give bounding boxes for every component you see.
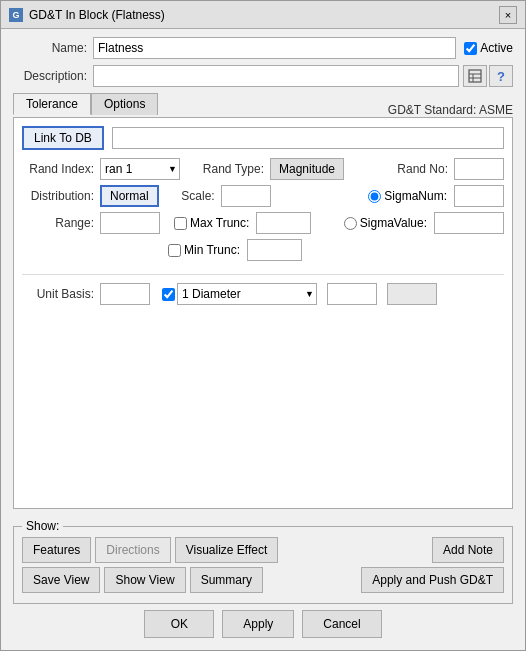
window-title: GD&T In Block (Flatness): [29, 8, 165, 22]
tab-tolerance[interactable]: Tolerance: [13, 93, 91, 115]
distribution-row: Distribution: Normal Scale: 1 SigmaNum: …: [22, 185, 504, 207]
sigma-value-radio-group: SigmaValue: 0.0833333: [344, 212, 504, 234]
description-icons: ?: [463, 65, 513, 87]
range-input[interactable]: 0.5 mm: [100, 212, 160, 234]
svg-rect-0: [469, 70, 481, 82]
features-button[interactable]: Features: [22, 537, 91, 563]
show-btn-row-1: Features Directions Visualize Effect Add…: [22, 537, 504, 563]
rand-index-select-wrap: ran 1 ▼: [100, 158, 180, 180]
min-trunc-input[interactable]: -0.25 mm: [247, 239, 302, 261]
max-trunc-group: Max Trunc: 0.25 mm: [174, 212, 311, 234]
description-label: Description:: [13, 69, 93, 83]
active-checkbox[interactable]: [464, 42, 477, 55]
unit-basis-diameter-wrap: 1 Diameter ▼: [162, 283, 317, 305]
rand-no-input[interactable]: 1: [454, 158, 504, 180]
rand-type-label: Rand Type:: [194, 162, 264, 176]
visualize-effect-button[interactable]: Visualize Effect: [175, 537, 279, 563]
sigma-num-radio-group: SigmaNum: 3: [368, 185, 504, 207]
distribution-label: Distribution:: [22, 189, 94, 203]
sigma-num-radio[interactable]: [368, 190, 381, 203]
sigma-value-input[interactable]: 0.0833333: [434, 212, 504, 234]
range-row: Range: 0.5 mm Max Trunc: 0.25 mm SigmaVa…: [22, 212, 504, 234]
unit-basis-row: Unit Basis: 0 mm 1 Diameter ▼ 0 mm 0 mm: [22, 274, 504, 305]
unit-basis-checkbox[interactable]: [162, 288, 175, 301]
save-view-button[interactable]: Save View: [22, 567, 100, 593]
unit-basis-input2[interactable]: 0 mm: [327, 283, 377, 305]
help-icon-button[interactable]: ?: [489, 65, 513, 87]
close-button[interactable]: ×: [499, 6, 517, 24]
tab-content: Link To DB Rand Index: ran 1 ▼ Rand Type…: [13, 117, 513, 509]
show-view-button[interactable]: Show View: [104, 567, 185, 593]
show-legend: Show:: [22, 519, 63, 533]
name-row: Name: Flatness Active: [13, 37, 513, 59]
max-trunc-label: Max Trunc:: [190, 216, 249, 230]
title-bar: G GD&T In Block (Flatness) ×: [1, 1, 525, 29]
min-trunc-checkbox[interactable]: [168, 244, 181, 257]
show-fieldset: Show: Features Directions Visualize Effe…: [13, 519, 513, 604]
rand-no-label: Rand No:: [388, 162, 448, 176]
sigma-num-input[interactable]: 3: [454, 185, 504, 207]
main-window: G GD&T In Block (Flatness) × Name: Flatn…: [0, 0, 526, 651]
name-combo-wrap: Flatness: [93, 37, 456, 59]
bottom-buttons: OK Apply Cancel: [13, 604, 513, 642]
apply-push-button[interactable]: Apply and Push GD&T: [361, 567, 504, 593]
min-trunc-row: Min Trunc: -0.25 mm: [22, 239, 504, 261]
scale-input[interactable]: 1: [221, 185, 271, 207]
show-section: Show: Features Directions Visualize Effe…: [13, 519, 513, 604]
tabs: Tolerance Options: [13, 93, 158, 115]
link-row: Link To DB: [22, 126, 504, 150]
min-trunc-group: Min Trunc: -0.25 mm: [168, 239, 302, 261]
unit-basis-combo-wrap: 1 Diameter ▼: [177, 283, 317, 305]
range-label: Range:: [22, 216, 94, 230]
max-trunc-checkbox[interactable]: [174, 217, 187, 230]
name-label: Name:: [13, 41, 93, 55]
sigma-value-radio[interactable]: [344, 217, 357, 230]
tab-options[interactable]: Options: [91, 93, 158, 115]
window-icon: G: [9, 8, 23, 22]
min-trunc-label: Min Trunc:: [184, 243, 240, 257]
form-grid: Rand Index: ran 1 ▼ Rand Type: Magnitude…: [22, 158, 504, 305]
rand-index-label: Rand Index:: [22, 162, 94, 176]
sigma-num-label: SigmaNum:: [384, 189, 447, 203]
active-label: Active: [480, 41, 513, 55]
name-combo[interactable]: Flatness: [93, 37, 456, 59]
link-to-db-button[interactable]: Link To DB: [22, 126, 104, 150]
unit-basis-input1[interactable]: 0 mm: [100, 283, 150, 305]
unit-basis-combo[interactable]: 1 Diameter: [177, 283, 317, 305]
main-content: Name: Flatness Active Description: ?: [1, 29, 525, 650]
gdt-standard: GD&T Standard: ASME: [388, 103, 513, 117]
link-input[interactable]: [112, 127, 504, 149]
rand-index-select[interactable]: ran 1: [100, 158, 180, 180]
add-note-button[interactable]: Add Note: [432, 537, 504, 563]
unit-basis-label: Unit Basis:: [22, 287, 94, 301]
summary-button[interactable]: Summary: [190, 567, 263, 593]
show-btn-row-2: Save View Show View Summary Apply and Pu…: [22, 567, 504, 593]
cancel-button[interactable]: Cancel: [302, 610, 381, 638]
rand-type-button[interactable]: Magnitude: [270, 158, 344, 180]
table-icon-button[interactable]: [463, 65, 487, 87]
scale-label: Scale:: [175, 189, 215, 203]
description-row: Description: ?: [13, 65, 513, 87]
description-input[interactable]: [93, 65, 459, 87]
distribution-button[interactable]: Normal: [100, 185, 159, 207]
rand-row: Rand Index: ran 1 ▼ Rand Type: Magnitude…: [22, 158, 504, 180]
apply-button[interactable]: Apply: [222, 610, 294, 638]
tabs-row: Tolerance Options GD&T Standard: ASME: [13, 93, 513, 117]
unit-basis-input3: 0 mm: [387, 283, 437, 305]
max-trunc-input[interactable]: 0.25 mm: [256, 212, 311, 234]
active-checkbox-group: Active: [464, 41, 513, 55]
directions-button[interactable]: Directions: [95, 537, 170, 563]
ok-button[interactable]: OK: [144, 610, 214, 638]
sigma-value-label: SigmaValue:: [360, 216, 427, 230]
